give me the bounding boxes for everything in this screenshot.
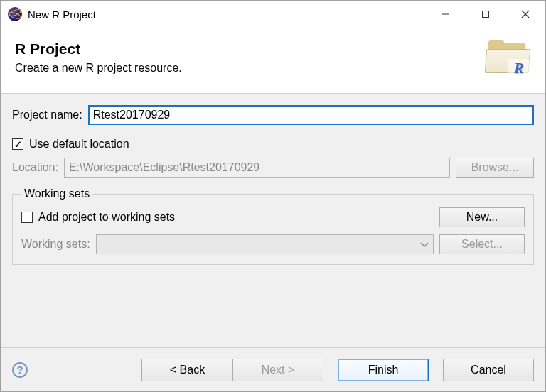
add-to-working-sets-label: Add project to working sets (38, 211, 434, 224)
location-input: E:\Workspace\Eclipse\Rtest20170929 (64, 158, 450, 178)
eclipse-icon (8, 7, 22, 21)
finish-button[interactable]: Finish (338, 359, 429, 381)
window-title: New R Project (28, 9, 96, 21)
working-sets-select-row: Working sets: Select... (21, 234, 525, 254)
dialog-footer: ? < Back Next > Finish Cancel (1, 347, 545, 391)
r-project-folder-icon: R (486, 40, 531, 77)
browse-button: Browse... (456, 158, 534, 178)
minimize-icon (441, 10, 450, 18)
maximize-button[interactable] (466, 1, 505, 28)
add-to-working-sets-row: Add project to working sets New... (21, 207, 525, 227)
working-sets-legend: Working sets (21, 187, 92, 200)
dialog-header: R Project Create a new R project resourc… (1, 28, 545, 94)
use-default-location-row: Use default location (12, 138, 534, 151)
svg-rect-1 (483, 11, 489, 18)
working-sets-group: Working sets Add project to working sets… (12, 187, 534, 265)
location-value: E:\Workspace\Eclipse\Rtest20170929 (69, 161, 259, 174)
cancel-button[interactable]: Cancel (443, 359, 534, 381)
working-sets-combo-label: Working sets: (21, 238, 90, 251)
use-default-location-label: Use default location (29, 138, 129, 151)
dialog-window: New R Project R Project Create a new R p… (0, 0, 546, 392)
close-icon (521, 10, 530, 18)
dialog-title: R Project (15, 40, 182, 58)
help-button[interactable]: ? (12, 362, 28, 378)
next-button: Next > (232, 359, 323, 381)
use-default-location-checkbox[interactable] (12, 138, 23, 150)
maximize-icon (481, 10, 490, 18)
dialog-description: Create a new R project resource. (15, 62, 182, 75)
dialog-body: Project name: Use default location Locat… (1, 94, 545, 347)
titlebar: New R Project (1, 1, 545, 28)
add-to-working-sets-checkbox[interactable] (21, 212, 33, 223)
location-label: Location: (12, 161, 58, 174)
location-row: Location: E:\Workspace\Eclipse\Rtest2017… (12, 158, 534, 178)
project-name-label: Project name: (12, 109, 82, 121)
project-name-row: Project name: (12, 105, 534, 125)
new-working-set-button[interactable]: New... (439, 207, 525, 227)
minimize-button[interactable] (426, 1, 466, 28)
chevron-down-icon (420, 238, 429, 251)
close-button[interactable] (505, 1, 545, 28)
working-sets-combo (96, 234, 434, 254)
project-name-input[interactable] (88, 105, 534, 125)
select-working-set-button: Select... (439, 234, 525, 254)
back-button[interactable]: < Back (141, 359, 232, 381)
